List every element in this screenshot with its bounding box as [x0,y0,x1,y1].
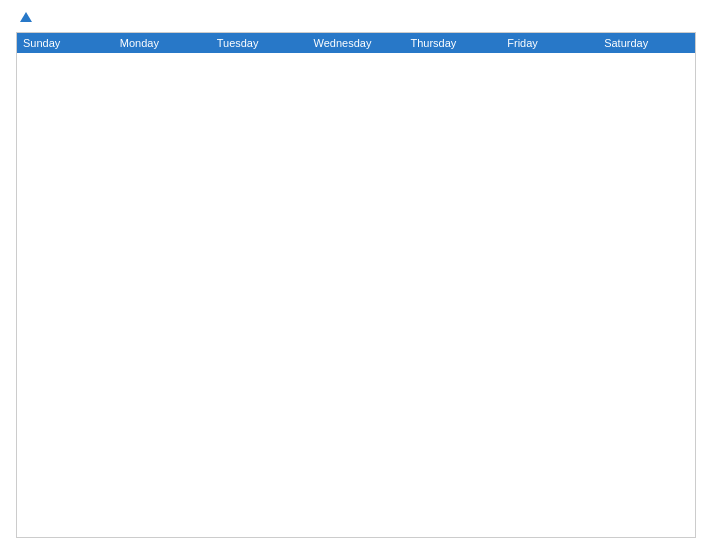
page: SundayMondayTuesdayWednesdayThursdayFrid… [0,0,712,550]
day-header-wednesday: Wednesday [308,33,405,53]
day-header-friday: Friday [501,33,598,53]
day-header-saturday: Saturday [598,33,695,53]
calendar: SundayMondayTuesdayWednesdayThursdayFrid… [16,32,696,538]
day-header-thursday: Thursday [404,33,501,53]
day-header-tuesday: Tuesday [211,33,308,53]
logo-blue-text [16,12,32,22]
logo-triangle-icon [20,12,32,22]
day-header-monday: Monday [114,33,211,53]
logo [16,12,32,22]
day-header-sunday: Sunday [17,33,114,53]
days-header: SundayMondayTuesdayWednesdayThursdayFrid… [17,33,695,53]
header [16,12,696,22]
weeks-container [17,53,695,537]
